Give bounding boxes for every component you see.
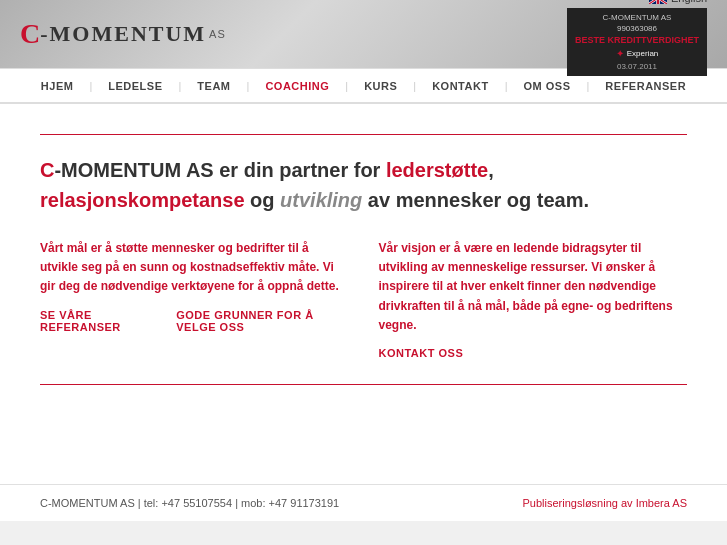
english-link[interactable]: English (649, 0, 707, 4)
headline: C-MOMENTUM AS er din partner for lederst… (40, 155, 687, 215)
logo-momentum: -MOMENTUM (40, 21, 206, 47)
footer: C-MOMENTUM AS | tel: +47 55107554 | mob:… (0, 484, 727, 521)
english-label: English (671, 0, 707, 4)
logo: C -MOMENTUM AS (20, 18, 226, 50)
contact-us-link[interactable]: KONTAKT OSS (379, 347, 464, 359)
credit-company: C-MOMENTUM AS (575, 12, 699, 23)
left-col-links: SE VÅRE REFERANSER GODE GRUNNER FOR Å VE… (40, 297, 349, 333)
footer-contact: C-MOMENTUM AS | tel: +47 55107554 | mob:… (40, 497, 339, 509)
left-col-text: Vårt mål er å støtte mennesker og bedrif… (40, 239, 349, 297)
main-content: C-MOMENTUM AS er din partner for lederst… (0, 104, 727, 484)
top-divider (40, 134, 687, 135)
two-column-section: Vårt mål er å støtte mennesker og bedrif… (40, 239, 687, 360)
credit-badge: C-MOMENTUM AS 990363086 BESTE KREDITTVER… (567, 8, 707, 76)
nav-item-team[interactable]: TEAM (181, 68, 246, 104)
credit-date: 03.07.2011 (575, 61, 699, 72)
nav-item-kurs[interactable]: KURS (348, 68, 413, 104)
left-column: Vårt mål er å støtte mennesker og bedrif… (40, 239, 349, 360)
logo-as: AS (209, 28, 226, 40)
nav-item-hjem[interactable]: HJEM (25, 68, 90, 104)
see-references-link[interactable]: SE VÅRE REFERANSER (40, 309, 152, 333)
nav-item-kontakt[interactable]: KONTAKT (416, 68, 504, 104)
headline-momentum: -MOMENTUM AS er din partner for (54, 159, 385, 181)
bottom-divider (40, 384, 687, 385)
header-right: English C-MOMENTUM AS 990363086 BESTE KR… (567, 0, 707, 76)
nav-item-ledelse[interactable]: LEDELSE (92, 68, 178, 104)
uk-flag-icon (649, 0, 667, 4)
credit-phone: 990363086 (575, 23, 699, 34)
right-col-links: KONTAKT OSS (379, 335, 688, 360)
experian-star-icon: ✦ (616, 47, 624, 61)
header: C -MOMENTUM AS English C-MOMENTUM AS 990… (0, 0, 727, 68)
headline-link2[interactable]: relasjonskompetanse (40, 189, 245, 211)
credit-label: BESTE KREDITTVERDIGHET (575, 34, 699, 47)
good-reasons-link[interactable]: GODE GRUNNER FOR Å VELGE OSS (176, 309, 348, 333)
right-column: Vår visjon er å være en ledende bidragsy… (379, 239, 688, 360)
logo-c: C (20, 18, 40, 50)
footer-imbera-link[interactable]: Publiseringsløsning av Imbera AS (523, 497, 687, 509)
left-col-label-bold: Vårt mål er å støtte mennesker og bedrif… (40, 241, 339, 293)
headline-c: C (40, 159, 54, 181)
headline-link1[interactable]: lederstøtte (386, 159, 488, 181)
right-col-label-bold: Vår visjon er å være en ledende bidragsy… (379, 241, 673, 332)
right-col-text: Vår visjon er å være en ledende bidragsy… (379, 239, 688, 335)
experian-text: Experian (627, 48, 659, 59)
headline-link3[interactable]: utvikling (280, 189, 362, 211)
nav-item-coaching[interactable]: COACHING (249, 68, 345, 104)
